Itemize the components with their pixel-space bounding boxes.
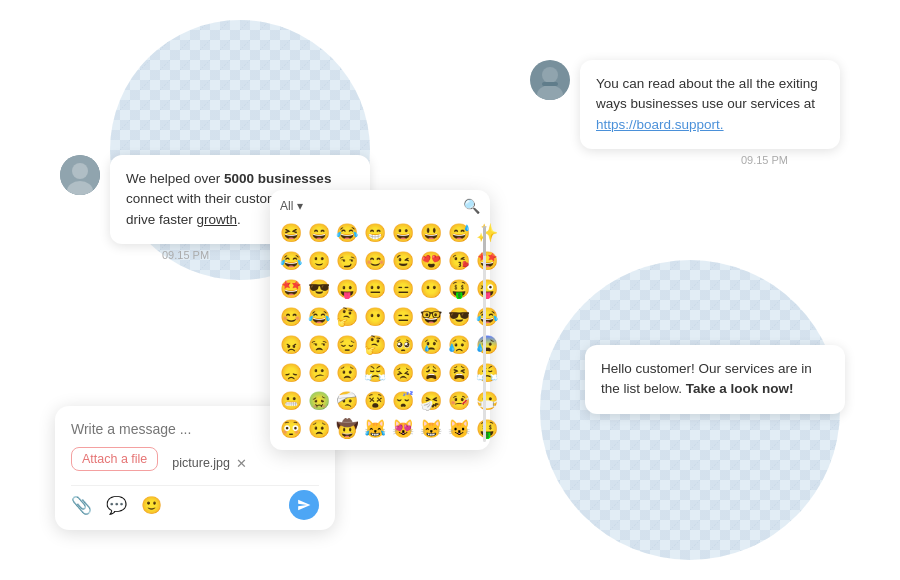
emoji-cell[interactable]: 😄 [306, 220, 332, 246]
emoji-picker-header: All ▾ 🔍 [278, 198, 482, 214]
emoji-cell[interactable]: 😂 [306, 304, 332, 330]
emoji-cell[interactable]: 😁 [362, 220, 388, 246]
emoji-cell[interactable]: 🤢 [306, 388, 332, 414]
emoji-cell[interactable]: 😠 [278, 332, 304, 358]
emoji-cell[interactable]: 😂 [474, 304, 500, 330]
emoji-cell[interactable]: 🥺 [390, 332, 416, 358]
svg-point-4 [542, 67, 558, 83]
emoji-cell[interactable]: 😹 [362, 416, 388, 442]
emoji-cell[interactable]: 😸 [418, 416, 444, 442]
emoji-cell[interactable]: 🤕 [334, 388, 360, 414]
emoji-cell[interactable]: 😥 [446, 332, 472, 358]
emoji-cell[interactable]: 😕 [306, 360, 332, 386]
svg-point-1 [72, 163, 88, 179]
emoji-cell[interactable]: 😬 [278, 388, 304, 414]
emoji-icon[interactable]: 🙂 [141, 495, 162, 516]
avatar-right-1 [530, 60, 570, 100]
emoji-cell[interactable]: ✨ [474, 220, 500, 246]
emoji-cell[interactable]: 🤩 [278, 276, 304, 302]
emoji-cell[interactable]: 😣 [390, 360, 416, 386]
attach-file-label: Attach a file [82, 452, 147, 466]
emoji-cell[interactable]: 😰 [474, 332, 500, 358]
attach-file-badge[interactable]: Attach a file [71, 447, 158, 471]
emoji-cell[interactable]: 😟 [306, 416, 332, 442]
emoji-cell[interactable]: 😃 [418, 220, 444, 246]
file-name: picture.jpg [172, 456, 230, 470]
emoji-scrollbar-thumb [483, 226, 486, 256]
emoji-cell[interactable]: 😶 [362, 304, 388, 330]
remove-file-button[interactable]: ✕ [236, 456, 247, 471]
emoji-cell[interactable]: 😍 [418, 248, 444, 274]
emoji-cell[interactable]: 🙂 [306, 248, 332, 274]
emoji-scrollbar[interactable] [483, 226, 486, 442]
emoji-cell[interactable]: 😜 [474, 276, 500, 302]
emoji-cell[interactable]: 😔 [334, 332, 360, 358]
emoji-cell[interactable]: 😒 [306, 332, 332, 358]
emoji-cell[interactable]: 😺 [446, 416, 472, 442]
emoji-cell[interactable]: 😩 [418, 360, 444, 386]
emoji-cell[interactable]: 😑 [390, 304, 416, 330]
emoji-cell[interactable]: 🤩 [474, 248, 500, 274]
emoji-grid: 😆😄😂😁😀😃😅✨😂🙂😏😊😉😍😘🤩🤩😎😛😐😑😶🤑😜😊😂🤔😶😑🤓😎😂😠😒😔🤔🥺😢😥😰… [278, 220, 482, 442]
emoji-cell[interactable]: 😻 [390, 416, 416, 442]
message-bubble-right-2: Hello customer! Our services are in the … [585, 345, 845, 414]
emoji-cell[interactable]: 😞 [278, 360, 304, 386]
emoji-cell[interactable]: 🤒 [446, 388, 472, 414]
emoji-cell[interactable]: 😤 [362, 360, 388, 386]
emoji-cell[interactable]: 🤔 [334, 304, 360, 330]
emoji-filter-label: All [280, 199, 293, 213]
emoji-cell[interactable]: 🤔 [362, 332, 388, 358]
support-link[interactable]: https://board.support. [596, 117, 724, 132]
emoji-cell[interactable]: 😳 [278, 416, 304, 442]
emoji-cell[interactable]: 🤑 [474, 416, 500, 442]
paperclip-icon[interactable]: 📎 [71, 495, 92, 516]
emoji-cell[interactable]: 😀 [390, 220, 416, 246]
emoji-cell[interactable]: 😆 [278, 220, 304, 246]
emoji-cell[interactable]: 😊 [362, 248, 388, 274]
avatar-left-1 [60, 155, 100, 195]
emoji-cell[interactable]: 😢 [418, 332, 444, 358]
emoji-search-icon[interactable]: 🔍 [463, 198, 480, 214]
file-attached-badge: picture.jpg ✕ [172, 456, 247, 471]
emoji-cell[interactable]: 😛 [334, 276, 360, 302]
emoji-cell[interactable]: 😴 [390, 388, 416, 414]
emoji-cell[interactable]: 😉 [390, 248, 416, 274]
message-bubble-right-1: You can read about the all the exiting w… [530, 60, 840, 166]
emoji-cell[interactable]: 😅 [446, 220, 472, 246]
svg-rect-6 [542, 82, 558, 86]
bubble-text-right-1: You can read about the all the exiting w… [580, 60, 840, 149]
bubble-time-right-1: 09.15 PM [530, 154, 840, 166]
emoji-cell[interactable]: 😊 [278, 304, 304, 330]
chevron-down-icon: ▾ [297, 199, 303, 213]
emoji-cell[interactable]: 🤧 [418, 388, 444, 414]
emoji-cell[interactable]: 😐 [362, 276, 388, 302]
chat-icon[interactable]: 💬 [106, 495, 127, 516]
emoji-cell[interactable]: 🤑 [446, 276, 472, 302]
send-button[interactable] [289, 490, 319, 520]
emoji-cell[interactable]: 😵 [362, 388, 388, 414]
bubble-text-right-2: Hello customer! Our services are in the … [585, 345, 845, 414]
emoji-cell[interactable]: 🤠 [334, 416, 360, 442]
emoji-cell[interactable]: 😎 [446, 304, 472, 330]
emoji-cell[interactable]: 🤓 [418, 304, 444, 330]
emoji-cell[interactable]: 😘 [446, 248, 472, 274]
emoji-cell[interactable]: 😶 [418, 276, 444, 302]
emoji-cell[interactable]: 😷 [474, 388, 500, 414]
emoji-cell[interactable]: 😂 [334, 220, 360, 246]
emoji-cell[interactable]: 😤 [474, 360, 500, 386]
emoji-cell[interactable]: 😎 [306, 276, 332, 302]
emoji-cell[interactable]: 😟 [334, 360, 360, 386]
emoji-filter-all[interactable]: All ▾ [280, 199, 303, 213]
emoji-cell[interactable]: 😫 [446, 360, 472, 386]
emoji-picker: All ▾ 🔍 😆😄😂😁😀😃😅✨😂🙂😏😊😉😍😘🤩🤩😎😛😐😑😶🤑😜😊😂🤔😶😑🤓😎😂… [270, 190, 490, 450]
emoji-cell[interactable]: 😂 [278, 248, 304, 274]
emoji-cell[interactable]: 😏 [334, 248, 360, 274]
emoji-cell[interactable]: 😑 [390, 276, 416, 302]
compose-actions: 📎 💬 🙂 [71, 485, 319, 520]
